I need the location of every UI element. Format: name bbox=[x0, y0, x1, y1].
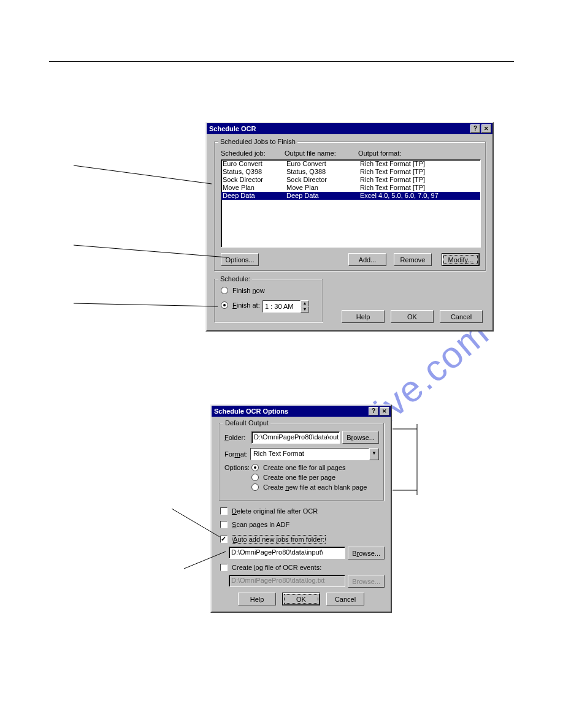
opt-blank-page-radio[interactable]: Create new file at each blank page bbox=[251, 483, 379, 491]
cell-job: Move Plan bbox=[223, 184, 286, 192]
callout-lines bbox=[0, 0, 563, 728]
format-combo[interactable]: Rich Text Format ▼ bbox=[250, 448, 379, 460]
group-label: Scheduled Jobs to Finish bbox=[218, 138, 297, 145]
cell-file: Sock Director bbox=[286, 176, 360, 184]
help-icon[interactable] bbox=[470, 124, 480, 133]
list-item[interactable]: Euro ConvertEuro ConvertRich Text Format… bbox=[221, 160, 480, 168]
format-value: Rich Text Format bbox=[250, 448, 369, 460]
checkbox-icon bbox=[220, 536, 228, 543]
col-header-file: Output file name: bbox=[285, 150, 358, 157]
cell-format: Rich Text Format [TP] bbox=[360, 184, 479, 192]
finish-now-radio[interactable]: Finish now bbox=[221, 287, 265, 294]
chevron-down-icon[interactable]: ▼ bbox=[369, 448, 379, 460]
finish-time-spinner[interactable]: ▲ ▼ bbox=[262, 300, 309, 313]
radio-icon bbox=[251, 464, 259, 471]
titlebar: Schedule OCR Options bbox=[212, 406, 391, 417]
scheduled-jobs-group: Scheduled Jobs to Finish Scheduled job: … bbox=[214, 142, 486, 271]
list-item[interactable]: Sock DirectorSock DirectorRich Text Form… bbox=[221, 176, 480, 184]
options-button[interactable]: Options... bbox=[221, 253, 259, 266]
help-button[interactable]: Help bbox=[238, 593, 276, 605]
checkbox-icon bbox=[220, 564, 228, 571]
help-button[interactable]: Help bbox=[342, 310, 385, 323]
cell-format: Excel 4.0, 5.0, 6.0, 7.0, 97 bbox=[360, 192, 479, 200]
checkbox-icon bbox=[220, 521, 228, 528]
create-log-checkbox[interactable]: Create log file of OCR events: bbox=[220, 564, 321, 571]
schedule-group: Schedule: Finish now Finish at: ▲ ▼ bbox=[214, 279, 323, 323]
svg-line-1 bbox=[74, 245, 227, 257]
cell-format: Rich Text Format [TP] bbox=[360, 168, 479, 176]
close-icon[interactable] bbox=[481, 124, 491, 133]
list-item[interactable]: Move PlanMove PlanRich Text Format [TP] bbox=[221, 184, 480, 192]
cancel-button[interactable]: Cancel bbox=[440, 310, 483, 323]
browse-folder-button[interactable]: Browse... bbox=[342, 431, 379, 444]
cell-file: Euro Convert bbox=[286, 160, 360, 168]
titlebar: Schedule OCR bbox=[207, 123, 492, 134]
modify-button[interactable]: Modify... bbox=[442, 253, 480, 266]
svg-line-2 bbox=[74, 303, 218, 306]
cell-format: Rich Text Format [TP] bbox=[360, 160, 479, 168]
scan-adf-checkbox[interactable]: Scan pages in ADF bbox=[220, 521, 289, 528]
close-icon[interactable] bbox=[380, 407, 389, 415]
finish-time-input[interactable] bbox=[262, 300, 301, 313]
browse-auto-add-button[interactable]: Browse... bbox=[348, 547, 385, 559]
checkbox-icon bbox=[220, 507, 228, 515]
cancel-button[interactable]: Cancel bbox=[326, 593, 364, 605]
cell-job: Deep Data bbox=[223, 192, 286, 200]
cell-file: Deep Data bbox=[286, 192, 360, 200]
folder-input[interactable]: D:\OmniPagePro80\data\output\ bbox=[251, 431, 340, 444]
radio-icon bbox=[221, 287, 228, 294]
auto-add-path-input[interactable]: D:\OmniPagePro80\data\input\ bbox=[229, 547, 345, 559]
group-label: Schedule: bbox=[218, 275, 252, 282]
ok-button[interactable]: OK bbox=[282, 593, 320, 605]
finish-at-radio[interactable]: Finish at: bbox=[221, 301, 260, 309]
list-item[interactable]: Deep DataDeep DataExcel 4.0, 5.0, 6.0, 7… bbox=[221, 192, 480, 200]
help-icon[interactable] bbox=[369, 407, 378, 415]
cell-file: Move Plan bbox=[286, 184, 360, 192]
group-label: Default Output bbox=[223, 419, 270, 427]
auto-add-checkbox[interactable]: Auto add new jobs from folder: bbox=[220, 536, 326, 543]
folder-label: Folder: bbox=[224, 434, 249, 441]
schedule-ocr-dialog: Schedule OCR Scheduled Jobs to Finish Sc… bbox=[205, 122, 494, 332]
radio-icon bbox=[221, 301, 228, 309]
cell-job: Sock Director bbox=[223, 176, 286, 184]
page-divider bbox=[49, 61, 514, 62]
dialog-title: Schedule OCR bbox=[209, 125, 469, 132]
spin-up-icon[interactable]: ▲ bbox=[301, 300, 309, 306]
col-header-format: Output format: bbox=[358, 150, 478, 157]
opt-all-pages-radio[interactable]: Create one file for all pages bbox=[251, 464, 379, 471]
spin-down-icon[interactable]: ▼ bbox=[301, 306, 309, 313]
opt-per-page-radio[interactable]: Create one file per page bbox=[251, 474, 379, 481]
schedule-ocr-options-dialog: Schedule OCR Options Default Output Fold… bbox=[210, 404, 392, 613]
svg-line-0 bbox=[74, 165, 212, 184]
dialog-title: Schedule OCR Options bbox=[214, 408, 367, 415]
col-header-job: Scheduled job: bbox=[221, 150, 285, 157]
radio-icon bbox=[251, 483, 259, 491]
ok-button[interactable]: OK bbox=[391, 310, 434, 323]
add-button[interactable]: Add... bbox=[348, 253, 386, 266]
cell-format: Rich Text Format [TP] bbox=[360, 176, 479, 184]
format-label: Format: bbox=[224, 450, 248, 458]
cell-job: Euro Convert bbox=[223, 160, 286, 168]
jobs-listbox[interactable]: Euro ConvertEuro ConvertRich Text Format… bbox=[221, 159, 481, 248]
remove-button[interactable]: Remove bbox=[394, 253, 432, 266]
options-label: Options: bbox=[224, 464, 249, 491]
cell-file: Status, Q388 bbox=[286, 168, 360, 176]
list-item[interactable]: Status, Q398Status, Q388Rich Text Format… bbox=[221, 168, 480, 176]
radio-icon bbox=[251, 474, 259, 481]
delete-original-checkbox[interactable]: Delete original file after OCR bbox=[220, 507, 318, 515]
log-path-input: D:\OmniPagePro80\data\log.txt bbox=[229, 575, 345, 587]
cell-job: Status, Q398 bbox=[223, 168, 286, 176]
default-output-group: Default Output Folder: D:\OmniPagePro80\… bbox=[219, 423, 385, 501]
browse-log-button: Browse... bbox=[348, 575, 385, 588]
